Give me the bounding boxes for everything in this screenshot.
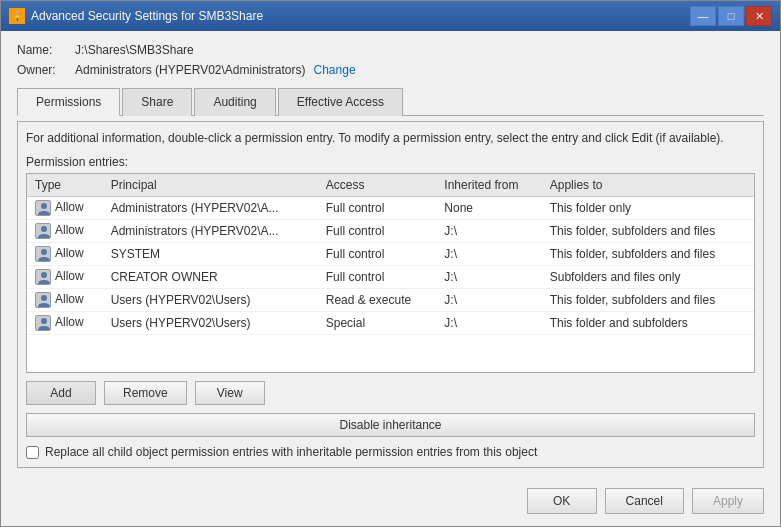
table-row[interactable]: AllowUsers (HYPERV02\Users)Read & execut… (27, 288, 754, 311)
maximize-button[interactable]: □ (718, 6, 744, 26)
col-header-access: Access (318, 174, 437, 197)
add-button[interactable]: Add (26, 381, 96, 405)
cell-principal: Users (HYPERV02\Users) (103, 311, 318, 334)
bottom-buttons-row: OK Cancel Apply (1, 480, 780, 526)
remove-button[interactable]: Remove (104, 381, 187, 405)
table-row[interactable]: AllowAdministrators (HYPERV02\A...Full c… (27, 196, 754, 219)
cell-inherited: J:\ (436, 219, 541, 242)
svg-point-3 (41, 272, 47, 278)
user-icon (35, 315, 51, 331)
cell-applies: This folder and subfolders (542, 311, 754, 334)
tab-permissions[interactable]: Permissions (17, 88, 120, 116)
svg-point-1 (41, 226, 47, 232)
apply-button[interactable]: Apply (692, 488, 764, 514)
window-body: Name: J:\Shares\SMB3Share Owner: Adminis… (1, 31, 780, 480)
cell-type: Allow (27, 242, 103, 265)
user-icon (35, 223, 51, 239)
user-icon (35, 269, 51, 285)
tab-share[interactable]: Share (122, 88, 192, 116)
cell-applies: This folder only (542, 196, 754, 219)
permissions-table: Type Principal Access Inherited from App… (27, 174, 754, 335)
permissions-table-container: Type Principal Access Inherited from App… (26, 173, 755, 373)
window-title: Advanced Security Settings for SMB3Share (31, 9, 690, 23)
table-row[interactable]: AllowUsers (HYPERV02\Users)SpecialJ:\Thi… (27, 311, 754, 334)
cell-applies: This folder, subfolders and files (542, 242, 754, 265)
disable-inheritance-button[interactable]: Disable inheritance (26, 413, 755, 437)
cell-inherited: J:\ (436, 242, 541, 265)
table-row[interactable]: AllowAdministrators (HYPERV02\A...Full c… (27, 219, 754, 242)
user-icon (35, 292, 51, 308)
cell-inherited: J:\ (436, 288, 541, 311)
main-window: 🔒 Advanced Security Settings for SMB3Sha… (0, 0, 781, 527)
cell-access: Full control (318, 196, 437, 219)
section-label: Permission entries: (26, 155, 755, 169)
table-row[interactable]: AllowSYSTEMFull controlJ:\This folder, s… (27, 242, 754, 265)
cell-principal: SYSTEM (103, 242, 318, 265)
cell-applies: This folder, subfolders and files (542, 219, 754, 242)
table-header-row: Type Principal Access Inherited from App… (27, 174, 754, 197)
replace-permissions-checkbox[interactable] (26, 446, 39, 459)
tab-effective-access[interactable]: Effective Access (278, 88, 403, 116)
col-header-type: Type (27, 174, 103, 197)
cell-access: Full control (318, 242, 437, 265)
owner-label: Owner: (17, 63, 67, 77)
cell-inherited: J:\ (436, 311, 541, 334)
description-text: For additional information, double-click… (26, 130, 755, 147)
tab-auditing[interactable]: Auditing (194, 88, 275, 116)
cell-access: Full control (318, 219, 437, 242)
owner-value: Administrators (HYPERV02\Administrators) (75, 63, 306, 77)
view-button[interactable]: View (195, 381, 265, 405)
minimize-button[interactable]: — (690, 6, 716, 26)
cell-type: Allow (27, 311, 103, 334)
svg-point-2 (41, 249, 47, 255)
cell-type: Allow (27, 288, 103, 311)
checkbox-label: Replace all child object permission entr… (45, 445, 537, 459)
close-button[interactable]: ✕ (746, 6, 772, 26)
owner-row: Owner: Administrators (HYPERV02\Administ… (17, 63, 764, 77)
svg-point-0 (41, 203, 47, 209)
cell-inherited: J:\ (436, 265, 541, 288)
col-header-applies: Applies to (542, 174, 754, 197)
table-row[interactable]: AllowCREATOR OWNERFull controlJ:\Subfold… (27, 265, 754, 288)
title-bar-controls: — □ ✕ (690, 6, 772, 26)
svg-point-4 (41, 295, 47, 301)
name-label: Name: (17, 43, 67, 57)
cell-applies: Subfolders and files only (542, 265, 754, 288)
change-link[interactable]: Change (314, 63, 356, 77)
ok-button[interactable]: OK (527, 488, 597, 514)
action-buttons-row: Add Remove View (26, 381, 755, 405)
cell-principal: CREATOR OWNER (103, 265, 318, 288)
col-header-principal: Principal (103, 174, 318, 197)
cell-access: Special (318, 311, 437, 334)
user-icon (35, 200, 51, 216)
cell-access: Read & execute (318, 288, 437, 311)
cancel-button[interactable]: Cancel (605, 488, 684, 514)
user-icon (35, 246, 51, 262)
cell-inherited: None (436, 196, 541, 219)
content-area: For additional information, double-click… (17, 121, 764, 468)
cell-type: Allow (27, 196, 103, 219)
cell-applies: This folder, subfolders and files (542, 288, 754, 311)
name-value: J:\Shares\SMB3Share (75, 43, 194, 57)
cell-type: Allow (27, 219, 103, 242)
cell-principal: Administrators (HYPERV02\A... (103, 196, 318, 219)
cell-principal: Administrators (HYPERV02\A... (103, 219, 318, 242)
tabs-bar: Permissions Share Auditing Effective Acc… (17, 87, 764, 116)
col-header-inherited: Inherited from (436, 174, 541, 197)
cell-principal: Users (HYPERV02\Users) (103, 288, 318, 311)
name-row: Name: J:\Shares\SMB3Share (17, 43, 764, 57)
checkbox-row: Replace all child object permission entr… (26, 445, 755, 459)
window-icon: 🔒 (9, 8, 25, 24)
title-bar: 🔒 Advanced Security Settings for SMB3Sha… (1, 1, 780, 31)
cell-access: Full control (318, 265, 437, 288)
cell-type: Allow (27, 265, 103, 288)
svg-point-5 (41, 318, 47, 324)
